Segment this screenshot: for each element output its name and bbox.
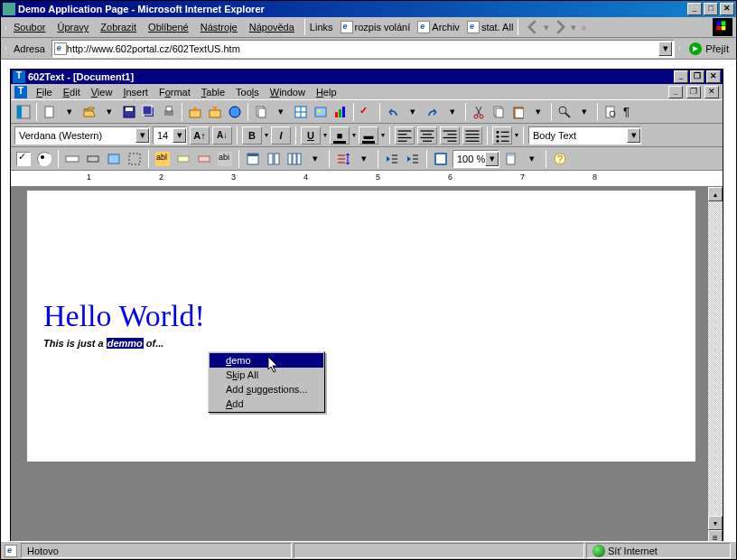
close-button[interactable]: ✕ bbox=[720, 3, 734, 15]
dropdown-icon[interactable]: ▾ bbox=[306, 150, 324, 168]
font-color-button[interactable]: ■ bbox=[330, 126, 350, 145]
menu-table[interactable]: Table bbox=[197, 86, 229, 98]
abl-button[interactable]: abl bbox=[154, 150, 172, 168]
find-icon[interactable] bbox=[555, 103, 574, 121]
menu-view[interactable]: View bbox=[87, 86, 117, 98]
gripper-icon[interactable] bbox=[5, 47, 7, 50]
dropdown-icon[interactable]: ▾ bbox=[523, 150, 541, 168]
font-size-combo[interactable]: 14 ▾ bbox=[153, 126, 187, 145]
line-spacing-icon[interactable] bbox=[334, 150, 352, 168]
menu-help[interactable]: Help bbox=[312, 86, 341, 98]
go-button[interactable]: Přejít bbox=[685, 42, 732, 56]
underline-button[interactable]: U bbox=[301, 126, 321, 145]
editor-minimize-button[interactable]: _ bbox=[674, 70, 688, 83]
link-item[interactable]: Archiv bbox=[417, 21, 460, 33]
button-tool-icon[interactable] bbox=[84, 150, 102, 168]
back-button[interactable] bbox=[523, 18, 543, 36]
help-icon[interactable]: ? bbox=[551, 150, 569, 168]
borders-icon[interactable] bbox=[432, 150, 450, 168]
bullets-button[interactable] bbox=[492, 126, 512, 145]
show-formatting-icon[interactable]: ¶ bbox=[621, 103, 639, 121]
bold-button[interactable]: B bbox=[242, 126, 262, 145]
prev-page-button[interactable]: ≡ bbox=[708, 530, 723, 541]
new-icon[interactable] bbox=[41, 103, 59, 121]
cut-icon[interactable] bbox=[470, 103, 488, 121]
abi-button[interactable]: abi bbox=[216, 150, 234, 168]
address-dropdown[interactable]: ▾ bbox=[658, 42, 672, 56]
doc-restore-button[interactable]: ❐ bbox=[686, 86, 701, 98]
decrease-indent-icon[interactable] bbox=[383, 150, 401, 168]
group-tool-icon[interactable] bbox=[126, 150, 144, 168]
minimize-button[interactable]: _ bbox=[687, 3, 702, 15]
editor-titlebar[interactable]: T 602Text - [Document1] _ ❐ ✕ bbox=[11, 70, 723, 84]
print-preview-icon[interactable] bbox=[602, 103, 620, 121]
style-combo[interactable]: Body Text ▾ bbox=[528, 126, 641, 145]
grow-font-button[interactable]: A↑ bbox=[190, 126, 210, 145]
undo-icon[interactable] bbox=[384, 103, 402, 121]
ie-menu-favorites[interactable]: Oblíbené bbox=[143, 20, 194, 34]
dropdown-icon[interactable]: ▾ bbox=[575, 103, 593, 121]
inbox-icon[interactable] bbox=[206, 103, 224, 121]
outbox-icon[interactable] bbox=[186, 103, 204, 121]
textfield-tool-icon[interactable] bbox=[63, 150, 81, 168]
link-item[interactable]: stat. All bbox=[467, 21, 513, 33]
vertical-scrollbar[interactable]: ▴ ▾ ≡ ≡ bbox=[708, 187, 723, 541]
link-item[interactable]: rozpis volání bbox=[341, 21, 411, 33]
misspelled-word[interactable]: demmo bbox=[107, 338, 144, 349]
copy2-icon[interactable] bbox=[490, 103, 508, 121]
radio-tool-icon[interactable] bbox=[35, 150, 53, 168]
field2-icon[interactable] bbox=[195, 150, 213, 168]
image-tool-icon[interactable] bbox=[105, 150, 123, 168]
dropdown-icon[interactable]: ▾ bbox=[529, 103, 547, 121]
col3-icon[interactable] bbox=[285, 150, 303, 168]
horizontal-ruler[interactable]: 1 2 3 4 5 6 7 8 bbox=[11, 171, 723, 187]
dropdown-icon[interactable]: ▾ bbox=[355, 150, 373, 168]
ie-menu-view[interactable]: Zobrazit bbox=[95, 20, 142, 34]
spellcheck-icon[interactable]: ✓ bbox=[358, 103, 376, 121]
address-input[interactable] bbox=[67, 42, 658, 56]
forward-button[interactable] bbox=[550, 18, 570, 36]
document-page[interactable]: Hello World! This is just a demmo of... … bbox=[27, 191, 695, 462]
ie-menu-help[interactable]: Nápověda bbox=[244, 20, 300, 34]
field1-icon[interactable] bbox=[174, 150, 192, 168]
dropdown-icon[interactable]: ▾ bbox=[272, 103, 290, 121]
page-setup-icon[interactable] bbox=[502, 150, 520, 168]
body-text[interactable]: This is just a demmo of... bbox=[43, 333, 659, 351]
paste-icon[interactable] bbox=[509, 103, 527, 121]
increase-indent-icon[interactable] bbox=[404, 150, 422, 168]
menu-insert[interactable]: Insert bbox=[118, 86, 153, 98]
align-right-button[interactable] bbox=[440, 126, 460, 145]
checkbox-tool-icon[interactable]: ✓ bbox=[14, 150, 33, 168]
highlight-button[interactable]: ▬ bbox=[359, 126, 378, 145]
align-justify-button[interactable] bbox=[462, 126, 482, 145]
dropdown-icon[interactable]: ▾ bbox=[100, 103, 118, 121]
menu-window[interactable]: Window bbox=[266, 86, 310, 98]
zoom-combo[interactable]: 100 % ▾ bbox=[452, 150, 499, 168]
ctx-suggestion[interactable]: demo bbox=[210, 353, 323, 368]
ctx-skip-all[interactable]: Skip All bbox=[210, 368, 323, 382]
dropdown-icon[interactable]: ▾ bbox=[443, 103, 462, 121]
ie-menu-tools[interactable]: Nástroje bbox=[195, 20, 243, 34]
ctx-add[interactable]: Add bbox=[210, 397, 323, 411]
insert-chart-icon[interactable] bbox=[331, 103, 350, 121]
web-icon[interactable] bbox=[226, 103, 244, 121]
maximize-button[interactable]: □ bbox=[704, 3, 718, 15]
copy-icon[interactable] bbox=[252, 103, 270, 121]
insert-image-icon[interactable] bbox=[312, 103, 330, 121]
gripper-icon[interactable] bbox=[678, 47, 681, 50]
font-combo[interactable]: Verdana (Western) ▾ bbox=[14, 126, 150, 145]
editor-close-button[interactable]: ✕ bbox=[706, 70, 721, 83]
dropdown-icon[interactable]: ▾ bbox=[61, 103, 79, 121]
scroll-up-button[interactable]: ▴ bbox=[708, 187, 723, 201]
save-icon[interactable] bbox=[120, 103, 138, 121]
gripper-icon[interactable] bbox=[5, 26, 7, 29]
print-icon[interactable] bbox=[160, 103, 178, 121]
shrink-font-button[interactable]: A↓ bbox=[212, 126, 232, 145]
ie-titlebar[interactable]: Demo Application Page - Microsoft Intern… bbox=[1, 1, 736, 17]
align-center-button[interactable] bbox=[417, 126, 437, 145]
menu-format[interactable]: Format bbox=[154, 86, 195, 98]
align-left-button[interactable] bbox=[395, 126, 415, 145]
heading-text[interactable]: Hello World! bbox=[43, 299, 659, 333]
save-all-icon[interactable] bbox=[140, 103, 158, 121]
ie-menu-edit[interactable]: Úpravy bbox=[51, 20, 94, 34]
